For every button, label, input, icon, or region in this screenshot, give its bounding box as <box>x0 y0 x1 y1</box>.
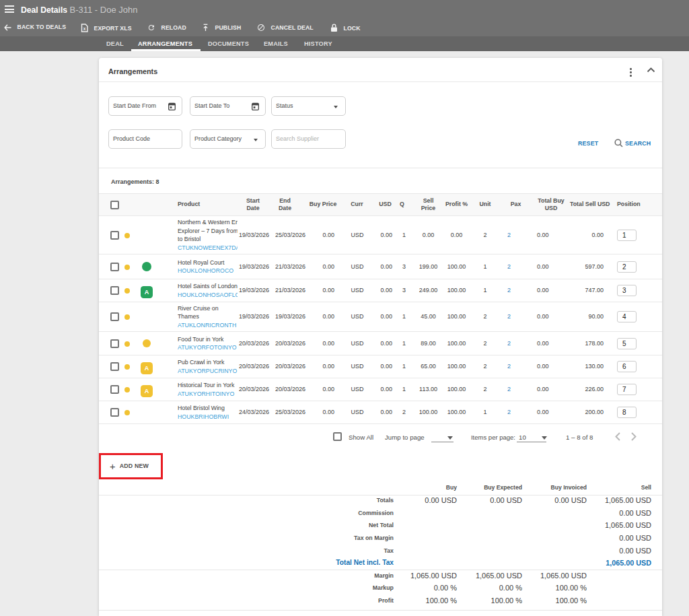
svg-text:x: x <box>83 26 86 31</box>
